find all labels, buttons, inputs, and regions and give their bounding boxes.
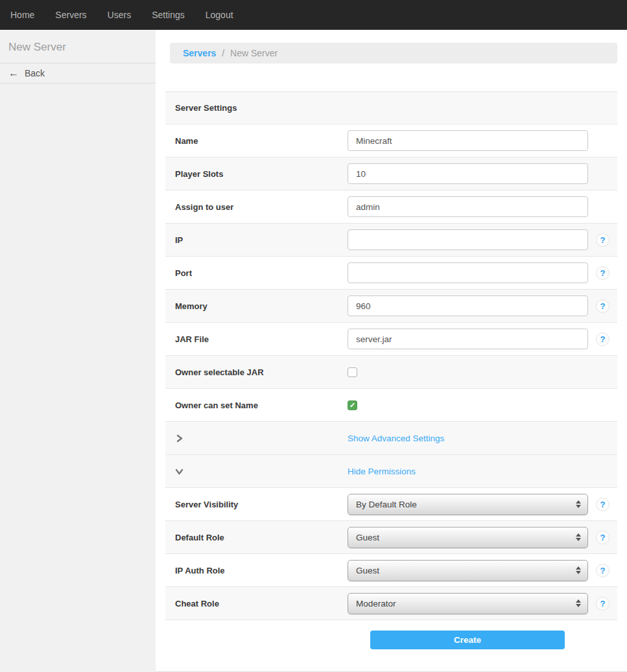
back-button[interactable]: ← Back [0,64,156,84]
server-visibility-help-icon[interactable]: ? [596,498,609,511]
nav-item-users[interactable]: Users [97,0,142,30]
section-header-row: Server Settings [165,92,617,124]
ip-input[interactable] [348,229,588,250]
ip-auth-role-select[interactable]: Guest [348,560,588,581]
name-label: Name [165,136,348,146]
owner-selectable-jar-label: Owner selectable JAR [165,367,348,377]
nav-item-home[interactable]: Home [0,0,45,30]
field-row-ip-auth-role: IP Auth Role Guest ? [165,554,617,587]
breadcrumb-link-servers[interactable]: Servers [183,48,216,58]
ip-auth-role-help-icon[interactable]: ? [596,564,609,577]
field-row-name: Name [165,124,617,157]
assign-to-user-input[interactable] [348,196,588,217]
owner-selectable-jar-checkbox[interactable]: ✓ [348,367,357,377]
chevron-down-icon [175,467,183,476]
port-label: Port [165,268,348,278]
jar-file-label: JAR File [165,334,348,344]
cheat-role-label: Cheat Role [165,599,348,608]
field-row-owner-can-set-name: Owner can set Name ✓ [165,389,617,422]
breadcrumb-separator: / [222,48,224,58]
player-slots-input[interactable] [348,163,588,184]
default-role-select[interactable]: Guest [348,527,588,548]
field-row-assign-to-user: Assign to user [165,191,617,224]
back-arrow-icon: ← [8,68,19,78]
owner-can-set-name-checkbox[interactable]: ✓ [348,400,357,410]
hide-permissions-link[interactable]: Hide Permissions [348,467,416,476]
ip-auth-role-value: Guest [356,566,379,575]
memory-help-icon[interactable]: ? [596,299,609,313]
field-row-memory: Memory ? [165,290,617,323]
nav-item-settings[interactable]: Settings [141,0,195,30]
cheat-role-value: Moderator [356,599,396,608]
owner-can-set-name-label: Owner can set Name [165,400,348,410]
nav-item-servers[interactable]: Servers [45,0,97,30]
breadcrumb-current: New Server [230,48,278,58]
field-row-player-slots: Player Slots [165,157,617,191]
memory-input[interactable] [348,295,588,316]
port-help-icon[interactable]: ? [596,266,609,280]
select-spinner-icon [576,500,581,508]
ip-help-icon[interactable]: ? [596,233,609,247]
jar-file-help-icon[interactable]: ? [596,332,609,346]
assign-to-user-label: Assign to user [165,202,348,212]
breadcrumb: Servers / New Server [170,43,617,64]
field-row-ip: IP ? [165,224,617,257]
memory-label: Memory [165,301,348,311]
main-content: Servers / New Server Server Settings Nam… [156,30,627,672]
select-spinner-icon [576,599,581,607]
ip-auth-role-label: IP Auth Role [165,566,348,575]
field-row-jar-file: JAR File ? [165,323,617,356]
jar-file-input[interactable] [348,329,588,349]
server-visibility-label: Server Visibility [165,500,348,509]
advanced-settings-toggle-row: Show Advanced Settings [165,422,617,455]
nav-item-logout[interactable]: Logout [195,0,244,30]
field-row-port: Port ? [165,257,617,290]
port-input[interactable] [348,262,588,283]
select-spinner-icon [576,566,581,574]
submit-row: Create [165,620,617,659]
player-slots-label: Player Slots [165,169,348,179]
back-label: Back [25,68,45,78]
field-row-default-role: Default Role Guest ? [165,521,617,554]
field-row-server-visibility: Server Visibility By Default Role ? [165,488,617,521]
cheat-role-select[interactable]: Moderator [348,593,588,614]
default-role-label: Default Role [165,533,348,542]
select-spinner-icon [576,533,581,541]
page-title: New Server [0,30,156,64]
default-role-value: Guest [356,533,379,542]
create-button[interactable]: Create [370,631,565,649]
section-title: Server Settings [165,103,348,113]
top-navbar: Home Servers Users Settings Logout [0,0,627,30]
server-settings-form: Server Settings Name Player Slots [165,91,617,659]
check-icon: ✓ [349,402,355,409]
permissions-toggle-row: Hide Permissions [165,455,617,488]
cheat-role-help-icon[interactable]: ? [596,597,609,610]
ip-label: IP [165,235,348,245]
server-visibility-select[interactable]: By Default Role [348,494,588,515]
default-role-help-icon[interactable]: ? [596,531,609,544]
field-row-cheat-role: Cheat Role Moderator ? [165,587,617,620]
show-advanced-settings-link[interactable]: Show Advanced Settings [348,434,444,443]
name-input[interactable] [348,130,588,151]
field-row-owner-selectable-jar: Owner selectable JAR ✓ [165,356,617,389]
server-visibility-value: By Default Role [356,500,417,509]
chevron-right-icon [175,434,183,443]
sidebar: New Server ← Back [0,30,156,672]
